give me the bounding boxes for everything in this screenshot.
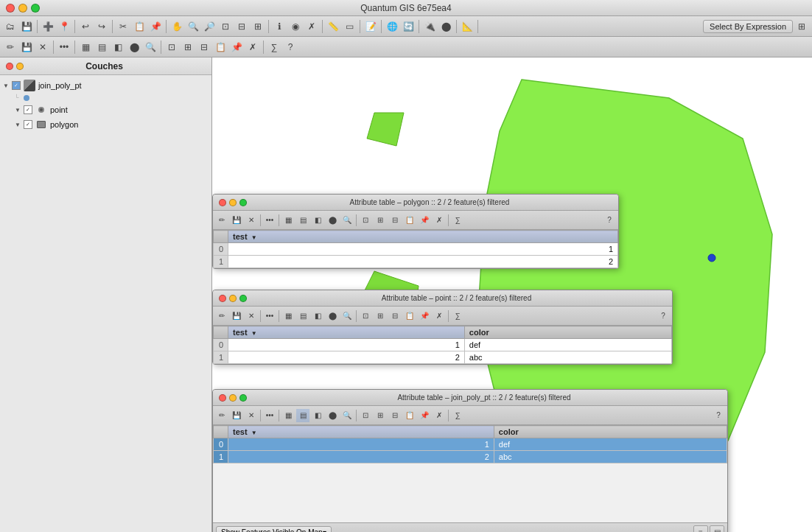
- zoom-join-icon[interactable]: ⊡: [359, 409, 372, 422]
- edit-icon[interactable]: ✏: [3, 40, 18, 55]
- attr-win-point-max[interactable]: [239, 295, 247, 302]
- attr-win-join-max[interactable]: [239, 394, 247, 402]
- table-row[interactable]: 1 2 abc: [214, 451, 727, 463]
- help-poly-icon[interactable]: ?: [603, 214, 616, 227]
- layer-item-join-poly-pt[interactable]: ▼ ✓ join_poly_pt: [0, 78, 211, 93]
- attr-win-polygon-close[interactable]: [219, 199, 226, 206]
- save-poly-icon[interactable]: 💾: [230, 214, 243, 227]
- table-view-button[interactable]: ≡: [693, 525, 708, 533]
- redo-icon[interactable]: ↪: [94, 19, 109, 34]
- sidebar-min-button[interactable]: [16, 63, 24, 70]
- table-poly-icon[interactable]: ▦: [281, 214, 295, 227]
- layer-checkbox-polygon[interactable]: ✓: [24, 120, 32, 129]
- table-row[interactable]: 0 1 def: [214, 438, 727, 451]
- col-color-join[interactable]: color: [494, 426, 727, 438]
- new-icon[interactable]: 🗂: [3, 19, 18, 34]
- table-row[interactable]: 1 2: [214, 256, 618, 268]
- form-poly-icon[interactable]: ▤: [296, 214, 309, 227]
- attr-win-polygon-min[interactable]: [229, 199, 237, 206]
- annotation-icon[interactable]: 📝: [363, 19, 378, 34]
- save-icon[interactable]: 💾: [19, 19, 34, 34]
- layer-item-polygon[interactable]: ▼ ✓ polygon: [12, 117, 211, 132]
- deselect-all-icon[interactable]: ⬤: [127, 40, 141, 55]
- calc-poly-icon[interactable]: ∑: [451, 214, 464, 227]
- add-layer-icon[interactable]: ➕: [41, 19, 55, 34]
- show-features-visible-button[interactable]: Show Features Visible On Map▾: [216, 526, 332, 532]
- paste-feature-icon[interactable]: 📌: [229, 40, 244, 55]
- filter-pt-icon[interactable]: 🔍: [340, 309, 354, 323]
- zoom-full-icon[interactable]: ⊡: [218, 19, 233, 34]
- zoom-pt-icon[interactable]: ⊡: [359, 309, 372, 323]
- pan-pt-icon[interactable]: ⊞: [374, 309, 387, 323]
- selall-poly-icon[interactable]: ◧: [311, 214, 324, 227]
- more-join-icon[interactable]: •••: [263, 409, 276, 422]
- col-test-polygon[interactable]: test ▼: [228, 231, 618, 243]
- invert-sel-icon[interactable]: ⊟: [197, 40, 211, 55]
- deselall-poly-icon[interactable]: ⬤: [326, 214, 339, 227]
- help-pt-icon[interactable]: ?: [657, 309, 670, 323]
- paste-icon[interactable]: 📌: [148, 19, 163, 34]
- wms-icon[interactable]: 🌐: [385, 19, 399, 34]
- calc-pt-icon[interactable]: ∑: [451, 309, 464, 323]
- del-pt-icon[interactable]: ✗: [433, 309, 446, 323]
- more-pt-icon[interactable]: •••: [263, 309, 276, 323]
- select-all-icon[interactable]: ◧: [111, 40, 125, 55]
- more-poly-icon[interactable]: •••: [263, 214, 276, 227]
- zoom-poly-icon[interactable]: ⊡: [359, 214, 372, 227]
- plugin2-icon[interactable]: ⬤: [438, 19, 453, 34]
- help-join-icon[interactable]: ?: [712, 409, 725, 422]
- measure-area-icon[interactable]: ▭: [342, 19, 357, 34]
- undo-icon[interactable]: ↩: [78, 19, 93, 34]
- minimize-button[interactable]: [18, 4, 27, 13]
- attr-win-point-min[interactable]: [229, 295, 237, 302]
- zoom-sel-icon[interactable]: ⊞: [251, 19, 265, 34]
- attr-win-join-close[interactable]: [219, 394, 226, 402]
- select-icon[interactable]: ◉: [288, 19, 303, 34]
- measure-icon[interactable]: 📏: [326, 19, 340, 34]
- col-test-point[interactable]: test ▼: [228, 326, 465, 339]
- copy-poly-icon[interactable]: 📋: [403, 214, 416, 227]
- paste-poly-icon[interactable]: 📌: [418, 214, 431, 227]
- delete-feat-icon[interactable]: ✗: [245, 40, 260, 55]
- pan-join-icon[interactable]: ⊞: [374, 409, 387, 422]
- save-pt-icon[interactable]: 💾: [230, 309, 243, 323]
- save2-icon[interactable]: 💾: [19, 40, 34, 55]
- deselect-icon[interactable]: ✗: [304, 19, 319, 34]
- filter-poly-icon[interactable]: 🔍: [340, 214, 354, 227]
- deselall-pt-icon[interactable]: ⬤: [326, 309, 339, 323]
- discard-pt-icon[interactable]: ✕: [245, 309, 258, 323]
- pan-poly-icon[interactable]: ⊞: [374, 214, 387, 227]
- copy-icon[interactable]: 📋: [132, 19, 147, 34]
- form-view-button[interactable]: ▤: [710, 525, 724, 533]
- copy-join-icon[interactable]: 📋: [403, 409, 416, 422]
- help-icon[interactable]: ?: [283, 40, 298, 55]
- table-row[interactable]: 0 1: [214, 243, 618, 256]
- del-join-icon[interactable]: ✗: [433, 409, 446, 422]
- inv-join-icon[interactable]: ⊟: [388, 409, 402, 422]
- selall-join-icon[interactable]: ◧: [311, 409, 324, 422]
- attr-win-point-close[interactable]: [219, 295, 226, 302]
- coord-icon[interactable]: 📐: [460, 19, 475, 34]
- form-pt-icon[interactable]: ▤: [296, 309, 309, 323]
- close-button[interactable]: [6, 4, 15, 13]
- col-test-join[interactable]: test ▼: [228, 426, 494, 438]
- zoom-out-icon[interactable]: 🔎: [202, 19, 217, 34]
- identify-icon[interactable]: ℹ: [272, 19, 287, 34]
- layer-checkbox-join-poly-pt[interactable]: ✓: [12, 81, 21, 90]
- filter-icon[interactable]: 🔍: [143, 40, 158, 55]
- deselall-join-icon[interactable]: ⬤: [326, 409, 339, 422]
- form-view-icon[interactable]: ▤: [94, 40, 109, 55]
- selall-pt-icon[interactable]: ◧: [311, 309, 324, 323]
- zoom-sel2-icon[interactable]: ⊡: [164, 40, 179, 55]
- layer-checkbox-point[interactable]: ✓: [24, 105, 32, 114]
- more-icon[interactable]: •••: [57, 40, 71, 55]
- copy-sel-icon[interactable]: 📋: [213, 40, 228, 55]
- select-by-expression-button[interactable]: Select By Expression: [703, 20, 793, 33]
- inv-pt-icon[interactable]: ⊟: [388, 309, 402, 323]
- layer-item-point[interactable]: ▼ ✓ point: [12, 102, 211, 117]
- sidebar-close-button[interactable]: [6, 63, 13, 70]
- calc-join-icon[interactable]: ∑: [451, 409, 464, 422]
- pan-sel-icon[interactable]: ⊞: [181, 40, 195, 55]
- form-join-icon[interactable]: ▤: [296, 409, 309, 422]
- edit-pt-icon[interactable]: ✏: [215, 309, 228, 323]
